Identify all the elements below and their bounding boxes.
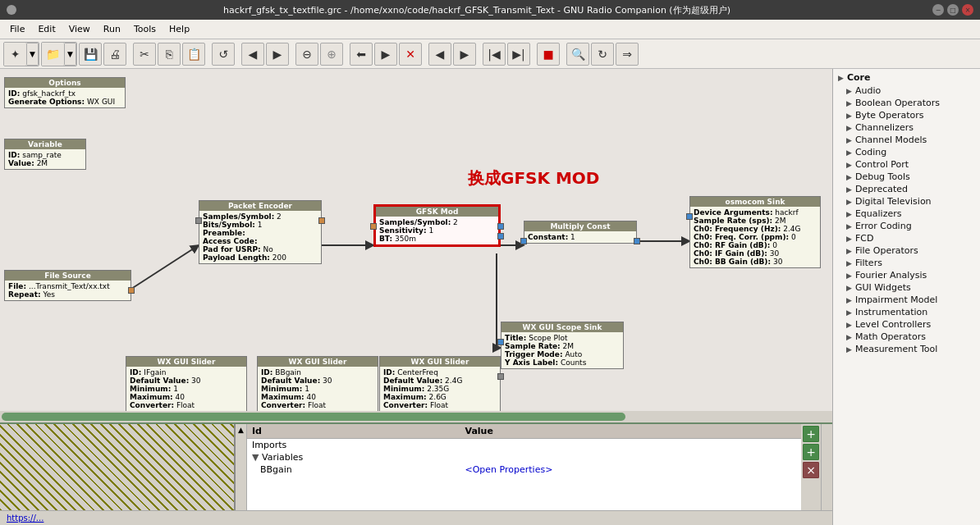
menu-view[interactable]: View: [62, 22, 97, 36]
panel-item-filters[interactable]: ▶ Filters: [833, 257, 980, 269]
open-button[interactable]: 📁: [42, 43, 65, 66]
properties-table-area: Id Value Imports ▼ Variables: [247, 424, 801, 510]
panel-item-equalizers[interactable]: ▶ Equalizers: [833, 208, 980, 220]
add-import-button[interactable]: +: [803, 444, 819, 460]
minimize-button[interactable]: −: [932, 4, 944, 16]
cut-button[interactable]: ✂: [133, 43, 156, 66]
panel-item-boolean-operators[interactable]: ▶ Boolean Operators: [833, 97, 980, 109]
nav-back-button[interactable]: ◀: [428, 43, 451, 66]
variable-block[interactable]: Variable ID: samp_rate Value: 2M: [4, 139, 86, 170]
packet-encoder-title: Packet Encoder: [199, 201, 321, 211]
panel-item-debug-tools[interactable]: ▶ Debug Tools: [833, 171, 980, 183]
zoom-out-button[interactable]: ⊖: [295, 43, 318, 66]
horizontal-scrollbar[interactable]: [2, 413, 625, 421]
menu-edit[interactable]: Edit: [31, 22, 62, 36]
copy-button[interactable]: ⎘: [158, 43, 181, 66]
wx-slider-2-block[interactable]: WX GUI Slider ID: BBgain Default Value: …: [257, 356, 378, 411]
kill-button[interactable]: ✕: [399, 43, 422, 66]
nav-prev-button[interactable]: |◀: [483, 43, 506, 66]
wx-slider-3-block[interactable]: WX GUI Slider ID: CenterFreq Default Val…: [379, 356, 501, 411]
rotate-ccw-button[interactable]: ↺: [212, 43, 235, 66]
scroll-up-btn[interactable]: ▲: [238, 426, 244, 434]
nav-fwd-button[interactable]: ▶: [453, 43, 476, 66]
impairment-arrow-icon: ▶: [846, 296, 852, 304]
panel-item-control-port[interactable]: ▶ Control Port: [833, 158, 980, 171]
packet-encoder-block[interactable]: Packet Encoder Samples/Symbol: 2 Bits/Sy…: [199, 200, 322, 264]
menu-run[interactable]: Run: [97, 22, 127, 36]
core-arrow-icon: ▶: [838, 74, 844, 82]
panel-item-audio[interactable]: ▶ Audio: [833, 84, 980, 97]
right-panel: ▶ Core ▶ Audio ▶ Boolean Operators ▶ Byt…: [832, 69, 980, 525]
multiply-const-block[interactable]: Multiply Const Constant: 1: [524, 221, 637, 244]
menu-tools[interactable]: Tools: [127, 22, 163, 36]
gui-widgets-arrow-icon: ▶: [846, 284, 852, 292]
imports-row[interactable]: Imports: [247, 439, 801, 452]
menu-help[interactable]: Help: [163, 22, 196, 36]
right-panel-scroll[interactable]: [821, 424, 832, 510]
panel-item-channelizers[interactable]: ▶ Channelizers: [833, 121, 980, 134]
maximize-button[interactable]: □: [947, 4, 959, 16]
filters-arrow-icon: ▶: [846, 259, 852, 267]
panel-item-gui-widgets[interactable]: ▶ GUI Widgets: [833, 281, 980, 294]
menu-file[interactable]: File: [3, 22, 31, 36]
fcd-arrow-icon: ▶: [846, 235, 852, 243]
panel-item-instrumentation[interactable]: ▶ Instrumentation: [833, 306, 980, 318]
panel-item-math-operators[interactable]: ▶ Math Operators: [833, 331, 980, 343]
wx-scope-content: Title: Scope Plot Sample Rate: 2M Trigge…: [501, 332, 623, 368]
save-button[interactable]: 💾: [79, 43, 102, 66]
print-button[interactable]: 🖨: [103, 43, 126, 66]
multiply-const-title: Multiply Const: [524, 221, 636, 231]
undo-button[interactable]: ◀: [241, 43, 264, 66]
panel-item-fcd[interactable]: ▶ FCD: [833, 232, 980, 244]
variables-row[interactable]: ▼ Variables: [247, 451, 801, 463]
panel-item-measurement-tool[interactable]: ▶ Measurement Tool: [833, 343, 980, 355]
options-block[interactable]: Options ID: gfsk_hackrf_tx Generate Opti…: [4, 77, 126, 108]
panel-item-channel-models[interactable]: ▶ Channel Models: [833, 134, 980, 146]
delete-button[interactable]: ×: [803, 462, 819, 478]
panel-item-deprecated[interactable]: ▶ Deprecated: [833, 183, 980, 195]
panel-item-impairment-model[interactable]: ▶ Impairment Model: [833, 294, 980, 306]
wx-slider-1-content: ID: IFgain Default Value: 30 Minimum: 1 …: [126, 367, 246, 411]
canvas-area[interactable]: 换成GFSK MOD Options ID: gfsk_hackrf_tx Ge…: [0, 69, 832, 411]
bottom-left-panel: [0, 424, 236, 510]
bbgain-row[interactable]: BBgain <Open Properties>: [247, 463, 801, 476]
wx-scope-block[interactable]: WX GUI Scope Sink Title: Scope Plot Samp…: [501, 322, 624, 369]
bbgain-value[interactable]: <Open Properties>: [460, 463, 801, 476]
zoom-in-button[interactable]: ⊕: [320, 43, 343, 66]
panel-item-byte-operators[interactable]: ▶ Byte Operators: [833, 109, 980, 121]
panel-item-file-operators[interactable]: ▶ File Operators: [833, 244, 980, 257]
panel-item-error-coding[interactable]: ▶ Error Coding: [833, 220, 980, 232]
panel-item-digital-television[interactable]: ▶ Digital Television: [833, 195, 980, 208]
toolbar: ✦ ▼ 📁 ▼ 💾 🖨 ✂ ⎘ 📋 ↺ ◀ ▶ ⊖ ⊕ ⬅ ▶ ✕ ◀ ▶ |◀…: [0, 39, 980, 69]
close-button[interactable]: ×: [962, 4, 973, 16]
run-button[interactable]: ▶: [374, 43, 397, 66]
panel-item-fourier-analysis[interactable]: ▶ Fourier Analysis: [833, 269, 980, 281]
wx-scope-title: WX GUI Scope Sink: [501, 322, 623, 332]
paste-button[interactable]: 📋: [182, 43, 205, 66]
imports-label: Imports: [247, 439, 460, 452]
core-section-header[interactable]: ▶ Core: [833, 71, 980, 84]
panel-item-coding[interactable]: ▶ Coding: [833, 146, 980, 158]
forward-button[interactable]: ⇒: [616, 43, 639, 66]
new-dropdown-arrow[interactable]: ▼: [27, 43, 39, 66]
wx-slider-1-block[interactable]: WX GUI Slider ID: IFgain Default Value: …: [126, 356, 247, 411]
variable-val-value: 2M: [37, 159, 48, 167]
refresh-button[interactable]: ↻: [591, 43, 614, 66]
redo-button[interactable]: ▶: [266, 43, 289, 66]
gfsk-mod-block[interactable]: GFSK Mod Samples/Symbol: 2 Sensitivity: …: [373, 204, 501, 247]
search-button[interactable]: 🔍: [566, 43, 589, 66]
bottom-vscroll[interactable]: ▲: [236, 424, 247, 510]
nav-next-button[interactable]: ▶|: [507, 43, 530, 66]
debug-tools-arrow-icon: ▶: [846, 173, 852, 181]
open-dropdown-arrow[interactable]: ▼: [65, 43, 76, 66]
screen-button[interactable]: ■: [537, 43, 560, 66]
panel-item-level-controllers[interactable]: ▶ Level Controllers: [833, 318, 980, 331]
osmocom-sink-block[interactable]: osmocom Sink Device Arguments: hackrf Sa…: [689, 196, 821, 268]
titlebar: hackrf_gfsk_tx_textfile.grc - /home/xxno…: [0, 0, 980, 20]
channelizers-arrow-icon: ▶: [846, 124, 852, 132]
new-button[interactable]: ✦: [4, 43, 27, 66]
add-variable-button[interactable]: +: [803, 426, 819, 442]
stop-button[interactable]: ⬅: [350, 43, 373, 66]
file-source-block[interactable]: File Source File: ...Transmit_Text/xx.tx…: [4, 270, 131, 301]
digital-tv-arrow-icon: ▶: [846, 198, 852, 206]
